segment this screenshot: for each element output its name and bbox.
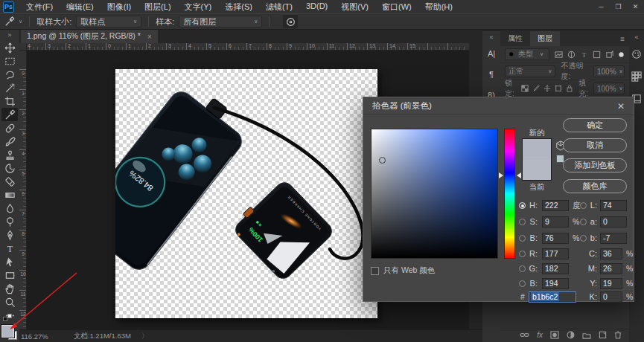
web-colors-only-option[interactable]: 只有 Web 颜色 [371, 265, 435, 276]
sampling-ring-toggle[interactable] [283, 15, 298, 28]
r-input[interactable]: 177 [542, 248, 569, 259]
dialog-close-icon[interactable]: ✕ [617, 101, 625, 112]
current-color-swatch[interactable] [522, 160, 552, 181]
marquee-tool-icon[interactable] [1, 54, 18, 68]
color-libraries-button[interactable]: 颜色库 [563, 179, 627, 193]
g-radio[interactable] [519, 265, 526, 272]
sample-dropdown[interactable]: 所有图层 ∨ [179, 16, 262, 28]
spot-healing-tool-icon[interactable] [1, 121, 18, 135]
opacity-dropdown[interactable]: 100% ∨ [593, 65, 625, 77]
c-input[interactable]: 36 [600, 248, 622, 259]
close-icon[interactable]: ✕ [627, 0, 644, 13]
gradient-tool-icon[interactable] [1, 188, 18, 201]
y-input[interactable]: 19 [600, 278, 622, 289]
shape-tool-icon[interactable] [1, 268, 18, 282]
dialog-title-bar[interactable]: 拾色器 (前景色) ✕ [363, 97, 634, 115]
new-layer-icon[interactable] [599, 331, 607, 339]
k-input[interactable]: 0 [600, 291, 622, 303]
strip-collapse-icon[interactable]: « [634, 31, 638, 43]
menu-item[interactable]: 滤镜(T) [259, 1, 299, 13]
foreground-color-swatch[interactable] [1, 325, 14, 338]
menu-item[interactable]: 编辑(E) [60, 1, 101, 13]
saturation-brightness-field[interactable] [371, 129, 498, 259]
a-radio[interactable] [580, 219, 587, 225]
default-colors-icon[interactable] [7, 314, 12, 318]
hand-tool-icon[interactable] [1, 282, 18, 295]
type-tool-icon[interactable]: T [1, 242, 18, 255]
hex-input[interactable]: b1b6c2 [529, 291, 576, 303]
filter-type-layers-icon[interactable]: T [580, 51, 588, 59]
filter-smart-objects-icon[interactable] [605, 51, 613, 59]
r-radio[interactable] [519, 251, 526, 257]
s-input[interactable]: 9 [542, 216, 569, 228]
lab-b-radio[interactable] [580, 235, 587, 242]
eyedropper-tool-icon[interactable] [4, 16, 15, 27]
filter-shape-layers-icon[interactable] [593, 51, 601, 59]
pen-tool-icon[interactable] [1, 228, 18, 242]
s-radio[interactable] [519, 219, 526, 225]
zoom-tool-icon[interactable] [1, 295, 18, 309]
filter-pixel-layers-icon[interactable] [555, 51, 563, 59]
delete-layer-icon[interactable] [614, 331, 622, 339]
a-input[interactable]: 0 [600, 216, 627, 228]
tab-layers[interactable]: 图层 [530, 31, 560, 46]
menu-item[interactable]: 3D(D) [299, 1, 334, 13]
menu-item[interactable]: 图像(I) [101, 1, 138, 13]
menu-item[interactable]: 图层(L) [138, 1, 177, 13]
character-panel-icon[interactable]: A| [488, 43, 495, 64]
dodge-tool-icon[interactable] [1, 215, 18, 228]
menu-item[interactable]: 文字(Y) [178, 1, 219, 13]
filter-toggle-icon[interactable] [618, 51, 625, 58]
ok-button[interactable]: 确定 [563, 118, 627, 132]
eyedropper-tool[interactable] [1, 108, 18, 121]
status-chevron-icon[interactable]: 〉 [141, 332, 149, 341]
hue-slider[interactable] [504, 129, 515, 259]
toolbar-collapse-icon[interactable]: » [7, 30, 11, 41]
lock-move-icon[interactable] [543, 85, 551, 92]
g-input[interactable]: 182 [542, 263, 569, 274]
sample-size-dropdown[interactable]: 取样点 ∨ [76, 16, 141, 28]
minimize-icon[interactable]: ─ [593, 0, 610, 13]
lock-artboard-icon[interactable] [555, 85, 562, 92]
menu-item[interactable]: 文件(F) [19, 1, 60, 13]
lab-b-input[interactable]: -7 [600, 233, 627, 244]
hue-slider-arrow-left[interactable] [499, 172, 503, 178]
document-canvas[interactable]: 84.82% 100% YOOZONE CHARGER [115, 69, 377, 318]
b2-radio[interactable] [519, 280, 526, 287]
menu-item[interactable]: 选择(S) [218, 1, 259, 13]
menu-item[interactable]: 帮助(H) [418, 1, 459, 13]
b-input[interactable]: 76 [542, 233, 569, 244]
h-radio[interactable] [519, 202, 526, 209]
document-tab[interactable]: 1.png @ 116% (图层 2, RGB/8) * × [21, 30, 158, 43]
crop-tool-icon[interactable] [1, 94, 18, 108]
b2-input[interactable]: 194 [542, 278, 569, 289]
h-input[interactable]: 222 [542, 200, 569, 211]
new-group-icon[interactable] [582, 332, 591, 339]
ruler-origin-corner[interactable] [19, 43, 27, 51]
tab-properties[interactable]: 属性 [500, 31, 530, 46]
rail-collapse-icon[interactable]: « [489, 31, 493, 43]
lock-all-icon[interactable] [566, 85, 573, 92]
tool-preset-caret-icon[interactable]: ∨ [19, 19, 22, 25]
tab-close-icon[interactable]: × [147, 33, 152, 41]
magic-wand-tool-icon[interactable] [1, 81, 18, 94]
menu-item[interactable]: 窗口(W) [375, 1, 418, 13]
history-brush-tool-icon[interactable] [1, 161, 18, 175]
lock-paint-icon[interactable] [532, 85, 540, 92]
color-panel-icon[interactable] [631, 49, 642, 59]
l-input[interactable]: 74 [600, 200, 627, 211]
menu-item[interactable]: 视图(V) [334, 1, 375, 13]
restore-icon[interactable]: ❐ [610, 0, 627, 13]
layer-mask-icon[interactable] [550, 331, 559, 339]
color-field-cursor[interactable] [379, 157, 386, 164]
eraser-tool-icon[interactable] [1, 175, 18, 188]
filter-adjustment-layers-icon[interactable] [567, 51, 576, 59]
hue-slider-arrow-right[interactable] [517, 172, 521, 178]
blur-tool-icon[interactable] [1, 201, 18, 215]
lock-transparent-icon[interactable] [521, 85, 529, 92]
layer-style-icon[interactable]: fx [537, 331, 543, 339]
l-radio[interactable] [580, 202, 587, 209]
add-to-swatches-button[interactable]: 添加到色板 [563, 158, 627, 172]
lasso-tool-icon[interactable] [1, 68, 18, 81]
cancel-button[interactable]: 取消 [563, 138, 627, 152]
